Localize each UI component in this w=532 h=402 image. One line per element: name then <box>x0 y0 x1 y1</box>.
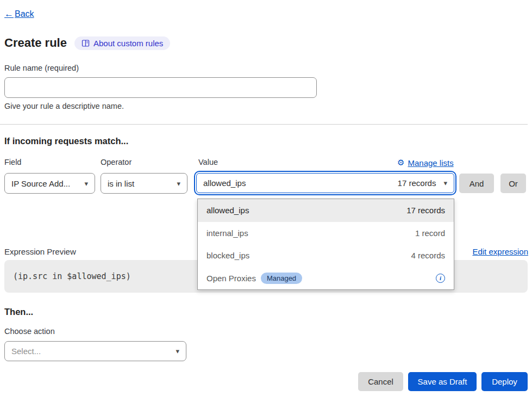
choose-action-label: Choose action <box>4 327 55 336</box>
cancel-button[interactable]: Cancel <box>358 372 403 391</box>
list-name: allowed_ips <box>206 206 249 215</box>
list-record-count: 17 records <box>406 206 445 215</box>
about-badge-label: About custom rules <box>93 39 163 48</box>
expression-code: (ip.src in $allowed_ips) <box>4 271 131 281</box>
match-section-heading: If incoming requests match... <box>4 136 128 146</box>
list-record-count: 1 record <box>415 228 445 238</box>
manage-lists-label: Manage lists <box>408 158 453 168</box>
operator-label: Operator <box>101 158 132 166</box>
chevron-down-icon: ▾ <box>443 179 447 187</box>
managed-badge: Managed <box>261 273 302 284</box>
list-name: blocked_ips <box>206 251 249 260</box>
dropdown-option-open-proxies[interactable]: Open Proxies Managed i <box>198 267 454 290</box>
info-icon[interactable]: i <box>436 274 445 283</box>
value-dropdown-panel: allowed_ips 17 records internal_ips 1 re… <box>197 199 454 290</box>
then-section-heading: Then... <box>4 307 33 317</box>
back-label: Back <box>15 9 34 19</box>
or-button[interactable]: Or <box>500 174 526 193</box>
list-name: internal_ips <box>206 228 248 238</box>
field-label: Field <box>4 158 21 166</box>
expression-preview-label: Expression Preview <box>4 247 76 256</box>
value-select-focus-ring: allowed_ips 17 records ▾ <box>194 171 456 195</box>
and-button[interactable]: And <box>459 174 494 193</box>
page-header: Create rule About custom rules <box>4 36 170 50</box>
rule-name-input[interactable] <box>4 77 317 98</box>
value-select-value: allowed_ips <box>203 178 246 188</box>
dropdown-option-allowed-ips[interactable]: allowed_ips 17 records <box>198 199 454 222</box>
field-select[interactable]: IP Source Add... ▾ <box>4 173 95 194</box>
manage-lists-link[interactable]: ⚙ Manage lists <box>397 158 454 168</box>
deploy-button[interactable]: Deploy <box>481 372 528 391</box>
chevron-down-icon: ▾ <box>176 347 179 355</box>
value-select-count: 17 records <box>398 178 436 188</box>
edit-expression-link[interactable]: Edit expression <box>472 247 528 256</box>
rule-name-label: Rule name (required) <box>4 64 79 72</box>
gear-icon: ⚙ <box>397 158 404 168</box>
back-arrow-icon: ← <box>4 9 14 20</box>
dropdown-option-internal-ips[interactable]: internal_ips 1 record <box>198 222 454 245</box>
list-name: Open Proxies <box>206 274 256 283</box>
page-title: Create rule <box>4 36 67 50</box>
chevron-down-icon: ▾ <box>84 180 88 188</box>
value-select[interactable]: allowed_ips 17 records ▾ <box>196 173 454 193</box>
operator-select[interactable]: is in list ▾ <box>101 173 187 194</box>
value-label: Value <box>198 158 218 166</box>
action-select-placeholder: Select... <box>11 347 41 356</box>
save-as-draft-button[interactable]: Save as Draft <box>408 372 477 391</box>
rule-name-helper: Give your rule a descriptive name. <box>4 102 124 110</box>
operator-select-value: is in list <box>108 179 134 188</box>
create-rule-page: ←Back Create rule About custom rules Rul… <box>0 0 532 402</box>
action-select[interactable]: Select... ▾ <box>4 341 186 361</box>
about-custom-rules-link[interactable]: About custom rules <box>74 36 170 50</box>
list-record-count: 4 records <box>411 251 445 260</box>
field-select-value: IP Source Add... <box>11 179 70 188</box>
book-icon <box>82 39 90 47</box>
dropdown-option-blocked-ips[interactable]: blocked_ips 4 records <box>198 244 454 267</box>
chevron-down-icon: ▾ <box>177 180 180 188</box>
section-divider <box>0 124 528 125</box>
back-link[interactable]: ←Back <box>4 9 34 20</box>
